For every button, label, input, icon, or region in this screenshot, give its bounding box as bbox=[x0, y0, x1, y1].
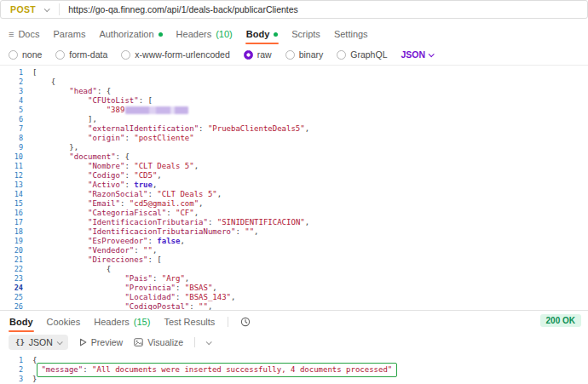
tab-label: Body bbox=[246, 29, 270, 39]
redacted-value bbox=[125, 106, 188, 114]
body-mode-row: noneform-datax-www-form-urlencodedrawbin… bbox=[0, 44, 588, 66]
response-tab-headers[interactable]: Headers(15) bbox=[93, 311, 151, 332]
request-tab-params[interactable]: Params bbox=[52, 24, 86, 44]
tab-label: Headers bbox=[94, 317, 130, 327]
chevron-down-icon[interactable] bbox=[44, 6, 50, 12]
line-number: 1 bbox=[0, 356, 32, 365]
line-number: 2 bbox=[0, 77, 32, 87]
visualize-button[interactable]: Visualize bbox=[134, 337, 183, 347]
line-number: 1 bbox=[0, 68, 32, 77]
line-number: 20 bbox=[0, 246, 32, 255]
tab-label: Body bbox=[9, 317, 33, 327]
radio-icon bbox=[55, 50, 65, 60]
code-line: 1[ bbox=[0, 68, 588, 77]
line-number: 18 bbox=[0, 227, 32, 237]
code-line: 8 "origin": "postCliente" bbox=[0, 134, 588, 143]
visualize-label: Visualize bbox=[147, 337, 183, 347]
line-number: 12 bbox=[0, 171, 32, 181]
response-tabs: BodyCookiesHeaders(15)Test Results200 OK bbox=[0, 311, 588, 332]
tab-label: Authorization bbox=[99, 29, 153, 39]
response-body-viewer[interactable]: 1{2 "message": "All documents were inser… bbox=[0, 352, 588, 384]
method-selector[interactable]: POST bbox=[1, 4, 44, 14]
line-number: 7 bbox=[0, 124, 32, 134]
code-line: 13 "Activo": true, bbox=[0, 181, 588, 190]
code-line: 17 "IdentificacionTributaria": "SINIDENT… bbox=[0, 218, 588, 227]
request-tab-authorization[interactable]: Authorization bbox=[98, 24, 163, 44]
request-tab-headers[interactable]: Headers(10) bbox=[176, 24, 233, 44]
line-number: 13 bbox=[0, 181, 32, 190]
format-select[interactable]: {} JSON bbox=[9, 335, 68, 350]
line-number: 3 bbox=[0, 87, 32, 96]
language-select[interactable]: JSON bbox=[401, 49, 433, 60]
line-number: 15 bbox=[0, 199, 32, 209]
response-tab-body[interactable]: Body bbox=[9, 311, 34, 332]
body-mode-raw[interactable]: raw bbox=[244, 49, 272, 60]
body-mode-binary[interactable]: binary bbox=[285, 49, 324, 60]
code-line: 25 "Localidad": "BSAS_143", bbox=[0, 293, 588, 302]
response-panel: BodyCookiesHeaders(15)Test Results200 OK… bbox=[0, 310, 588, 384]
code-line: 10 "document": { bbox=[0, 152, 588, 162]
request-tab-scripts[interactable]: Scripts bbox=[291, 24, 321, 44]
line-number: 6 bbox=[0, 115, 32, 124]
request-tab-docs[interactable]: ≡Docs bbox=[8, 24, 40, 44]
play-icon bbox=[79, 338, 87, 347]
code-line: 5 "389 bbox=[0, 106, 588, 115]
line-number: 10 bbox=[0, 152, 32, 162]
code-line: 15 "Email": "cd5@gmail.com", bbox=[0, 199, 588, 209]
line-number: 3 bbox=[0, 375, 32, 384]
code-line: 12 "Codigo": "CD5", bbox=[0, 171, 588, 181]
code-line: 16 "CategoriaFiscal": "CF", bbox=[0, 209, 588, 218]
language-label: JSON bbox=[401, 49, 425, 60]
tab-count: (10) bbox=[216, 29, 233, 39]
tab-label: Settings bbox=[334, 29, 368, 39]
line-number: 19 bbox=[0, 237, 32, 246]
body-mode-graphql[interactable]: GraphQL bbox=[337, 49, 387, 60]
code-line: 14 "RazonSocial": "CLT Deals 5", bbox=[0, 190, 588, 199]
preview-button[interactable]: Preview bbox=[79, 337, 123, 347]
preview-label: Preview bbox=[91, 337, 123, 347]
mode-label: form-data bbox=[69, 49, 107, 60]
tab-label: Test Results bbox=[164, 317, 215, 327]
url-input[interactable]: https://go-qa.finneg.com/api/1/deals-bac… bbox=[68, 4, 298, 14]
code-line: 7 "externalIdentification": "PruebaClien… bbox=[0, 124, 588, 134]
line-number: 2 bbox=[0, 365, 32, 375]
format-label: JSON bbox=[29, 337, 53, 347]
line-number: 23 bbox=[0, 274, 32, 284]
tab-label: Params bbox=[53, 29, 85, 39]
request-tab-body[interactable]: Body bbox=[245, 24, 280, 44]
line-number: 24 bbox=[0, 284, 32, 293]
body-mode-none[interactable]: none bbox=[9, 49, 42, 60]
code-line: 23 "Pais": "Arg", bbox=[0, 274, 588, 284]
mode-label: none bbox=[22, 49, 42, 60]
line-number: 17 bbox=[0, 218, 32, 227]
line-number: 25 bbox=[0, 293, 32, 302]
line-number: 9 bbox=[0, 143, 32, 152]
chevron-down-icon[interactable] bbox=[206, 339, 212, 345]
line-number: 8 bbox=[0, 134, 32, 143]
request-tab-settings[interactable]: Settings bbox=[333, 24, 369, 44]
body-mode-x-www-form-urlencoded[interactable]: x-www-form-urlencoded bbox=[121, 49, 229, 60]
code-line: 26 "CodigoPostal": "", bbox=[0, 302, 588, 310]
response-tab-cookies[interactable]: Cookies bbox=[46, 311, 82, 332]
radio-icon bbox=[285, 50, 295, 60]
green-dot-icon bbox=[274, 32, 278, 37]
code-line: 6 ], bbox=[0, 115, 588, 124]
chevron-down-icon bbox=[429, 51, 435, 57]
divider bbox=[59, 3, 60, 15]
response-tab-test-results[interactable]: Test Results bbox=[163, 311, 216, 332]
divider bbox=[194, 337, 195, 347]
code-line: 18 "IdentificacionTributariaNumero": "", bbox=[0, 227, 588, 237]
request-body-editor[interactable]: 1[2 {3 "head": {4 "CFUtoList": [5 "3896 … bbox=[0, 66, 588, 310]
status-badge: 200 OK bbox=[540, 314, 581, 327]
code-line: 2 "message": "All documents were inserte… bbox=[0, 365, 588, 375]
code-line: 4 "CFUtoList": [ bbox=[0, 96, 588, 106]
radio-icon bbox=[121, 50, 130, 60]
code-line: 3 "head": { bbox=[0, 87, 588, 96]
line-number: 5 bbox=[0, 106, 32, 115]
tab-label: Scripts bbox=[291, 29, 320, 39]
highlight-box: "message": "All documents were inserted … bbox=[37, 363, 397, 378]
mode-label: binary bbox=[299, 49, 324, 60]
code-line: 11 "Nombre": "CLT Deals 5", bbox=[0, 162, 588, 171]
history-icon[interactable] bbox=[240, 317, 251, 327]
body-mode-form-data[interactable]: form-data bbox=[55, 49, 107, 60]
